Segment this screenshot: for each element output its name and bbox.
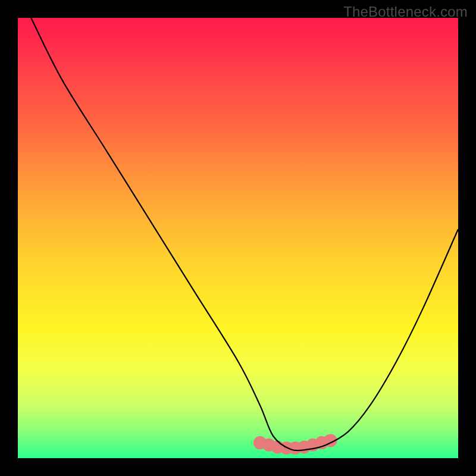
plot-area [18,18,458,458]
bottleneck-curve [31,18,458,450]
curve-svg [18,18,458,458]
chart-frame: TheBottleneck.com [0,0,476,476]
marker-group [253,434,337,455]
